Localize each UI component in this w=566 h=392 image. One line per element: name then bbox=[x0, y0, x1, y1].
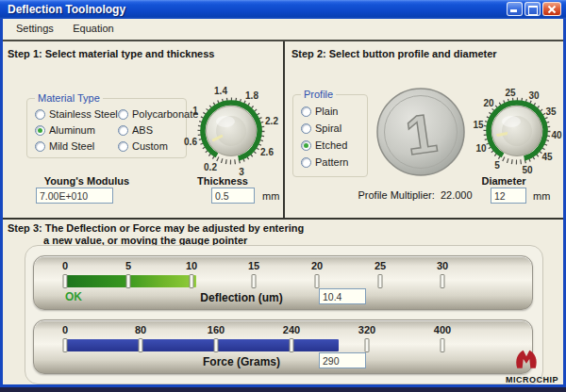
menu-settings[interactable]: Settings bbox=[8, 23, 61, 34]
menu-bar: Settings Equation bbox=[3, 19, 563, 40]
profile-multiplier-value: 22.000 bbox=[441, 189, 473, 201]
close-button[interactable] bbox=[542, 2, 561, 16]
deflection-tool-window: Deflection Toolnology Settings Equation … bbox=[0, 0, 566, 392]
tick-marker bbox=[290, 338, 294, 352]
profile-label: Profile bbox=[301, 89, 336, 100]
profile-multiplier-label: Profile Multiplier: bbox=[358, 189, 434, 201]
diameter-label: Diameter bbox=[475, 175, 532, 187]
tick-marker bbox=[126, 274, 131, 288]
tick-label: 320 bbox=[358, 324, 375, 335]
coin-icon: 1 bbox=[375, 87, 466, 177]
radio-icon bbox=[118, 141, 128, 152]
radio-label: Etched bbox=[315, 139, 347, 151]
radio-label: Custom bbox=[132, 140, 168, 152]
radio-icon bbox=[301, 140, 311, 151]
radio-icon bbox=[301, 123, 311, 134]
radio-mild-steel[interactable]: Mild Steel bbox=[35, 140, 118, 152]
youngs-modulus-input[interactable] bbox=[36, 188, 113, 204]
radio-plain[interactable]: Plain bbox=[301, 106, 367, 117]
tick-label: 30 bbox=[437, 260, 448, 271]
force-gauge[interactable]: 0 80 160 240 320 400 Force (Grams) bbox=[33, 319, 533, 374]
minimize-button[interactable] bbox=[507, 2, 523, 16]
knob-tick-label: 1.8 bbox=[245, 90, 258, 101]
thickness-unit: mm bbox=[262, 190, 279, 202]
thickness-knob[interactable]: 0.2 0.6 1 1.4 1.8 2.2 2.6 3 bbox=[195, 95, 267, 167]
maximize-button[interactable] bbox=[524, 2, 541, 16]
force-bar[interactable] bbox=[65, 339, 339, 351]
radio-label: ABS bbox=[132, 124, 153, 136]
radio-icon bbox=[118, 109, 128, 120]
radio-spiral[interactable]: Spiral bbox=[301, 122, 367, 134]
title-bar[interactable]: Deflection Toolnology bbox=[0, 0, 566, 19]
knob-tick-label: 40 bbox=[551, 130, 561, 140]
knob-tick-label: 5 bbox=[494, 160, 500, 171]
diameter-input[interactable] bbox=[491, 188, 526, 204]
window-controls bbox=[507, 2, 561, 16]
profile-options: Plain Spiral Etched Pattern bbox=[293, 95, 367, 168]
knob-tick-label: 10 bbox=[475, 143, 486, 154]
panel-divider-horizontal bbox=[3, 218, 563, 220]
gauge-label: Deflection (um) bbox=[200, 291, 282, 304]
diameter-unit: mm bbox=[533, 190, 550, 202]
material-type-label: Material Type bbox=[35, 92, 103, 104]
tick-marker bbox=[441, 274, 445, 288]
deflection-gauge[interactable]: 0 5 10 15 20 25 30 OK Deflection (um) bbox=[33, 255, 533, 310]
tick-label: 20 bbox=[311, 260, 323, 271]
tick-marker bbox=[365, 338, 370, 352]
knob-tick-label: 45 bbox=[541, 152, 552, 162]
tick-label: 0 bbox=[62, 324, 68, 335]
thickness-input[interactable] bbox=[211, 188, 255, 204]
radio-label: Spiral bbox=[315, 122, 341, 134]
thickness-label: Thickness bbox=[185, 175, 260, 187]
tick-label: 5 bbox=[125, 260, 131, 271]
profile-group: Profile Plain Spiral Etched Pattern bbox=[292, 94, 368, 177]
tick-label: 240 bbox=[283, 324, 300, 335]
window-title: Deflection Toolnology bbox=[8, 3, 125, 16]
knob-tick-label: 50 bbox=[522, 165, 532, 175]
radio-icon bbox=[301, 106, 311, 117]
menu-equation[interactable]: Equation bbox=[65, 23, 121, 34]
panel-divider-vertical bbox=[283, 41, 285, 218]
force-input[interactable] bbox=[319, 352, 366, 368]
tick-label: 0 bbox=[62, 260, 68, 271]
window-border-left bbox=[0, 19, 3, 387]
button-preview: 1 bbox=[375, 87, 466, 177]
radio-abs[interactable]: ABS bbox=[118, 124, 198, 136]
tick-marker bbox=[441, 338, 445, 352]
maximize-icon bbox=[528, 6, 538, 15]
knob-tick-label: 1 bbox=[192, 106, 198, 116]
diameter-knob[interactable]: 5 10 15 20 25 30 35 40 45 50 bbox=[481, 95, 553, 167]
radio-aluminum[interactable]: Aluminum bbox=[35, 124, 118, 136]
radio-pattern[interactable]: Pattern bbox=[301, 156, 367, 168]
step2-header: Step 2: Select button profile and diamet… bbox=[291, 48, 497, 59]
microchip-logo: MICROCHIP bbox=[501, 349, 563, 384]
radio-icon bbox=[35, 141, 45, 152]
tick-label: 15 bbox=[248, 260, 259, 271]
minimize-icon bbox=[510, 9, 517, 12]
gauge-label: Force (Grams) bbox=[203, 355, 280, 368]
knob-tick-label: 35 bbox=[545, 106, 556, 117]
radio-etched[interactable]: Etched bbox=[301, 139, 367, 151]
tick-label: 160 bbox=[208, 324, 225, 335]
radio-icon bbox=[35, 125, 45, 136]
deflection-input[interactable] bbox=[319, 288, 366, 304]
tick-marker bbox=[378, 274, 383, 288]
knob-tick-label: 2.2 bbox=[265, 116, 278, 126]
radio-icon bbox=[35, 109, 45, 120]
tick-marker bbox=[63, 274, 68, 288]
radio-label: Aluminum bbox=[49, 124, 95, 136]
tick-marker bbox=[315, 274, 320, 288]
radio-label: Polycarbonate bbox=[132, 108, 198, 120]
knob-tick-label: 30 bbox=[528, 90, 539, 101]
radio-polycarbonate[interactable]: Polycarbonate bbox=[118, 108, 198, 120]
radio-icon bbox=[118, 125, 128, 136]
radio-stainless-steel[interactable]: Stainless Steel bbox=[35, 108, 118, 120]
knob-tick-label: 1.4 bbox=[214, 86, 227, 96]
status-text: OK bbox=[65, 290, 82, 303]
radio-label: Stainless Steel bbox=[49, 108, 118, 120]
tick-marker bbox=[63, 338, 68, 352]
tick-label: 25 bbox=[375, 260, 386, 271]
radio-label: Pattern bbox=[315, 156, 348, 168]
tick-label: 80 bbox=[135, 324, 146, 335]
profile-multiplier: Profile Multiplier: 22.000 bbox=[335, 189, 495, 201]
